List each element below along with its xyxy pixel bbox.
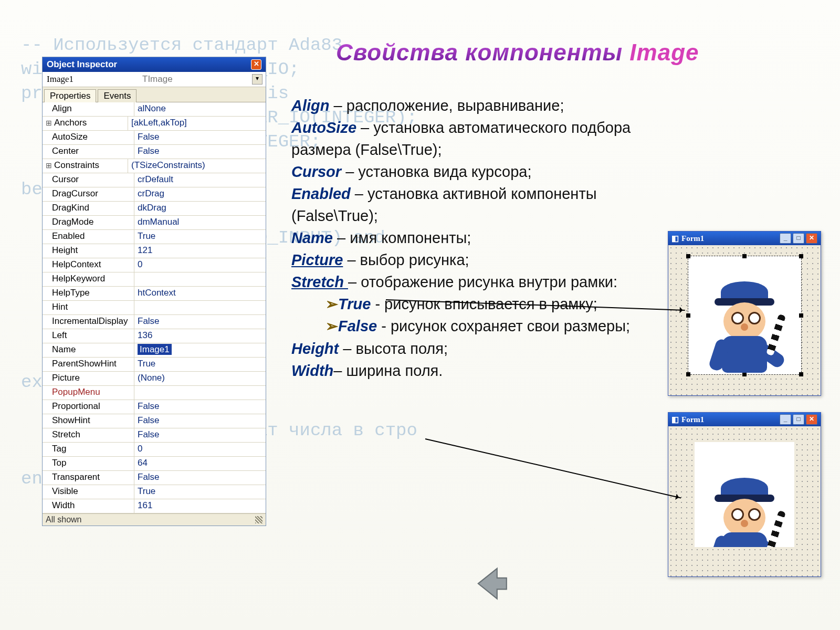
property-row[interactable]: Width161 [43, 499, 266, 513]
form-window-unstretched: ◧Form1 _ □ ✕ [668, 412, 821, 577]
property-row[interactable]: IncrementalDisplayFalse [43, 315, 266, 329]
property-row[interactable]: HelpKeyword [43, 272, 266, 287]
close-icon[interactable]: ✕ [806, 233, 817, 244]
property-row[interactable]: AutoSizeFalse [43, 131, 266, 145]
inspector-title: Object Inspector [47, 59, 117, 70]
property-row[interactable]: HelpContext0 [43, 258, 266, 272]
arrow-false [425, 438, 681, 498]
property-row[interactable]: HelpTypehtContext [43, 287, 266, 301]
property-row[interactable]: Picture(None) [43, 372, 266, 386]
minimize-icon[interactable]: _ [780, 233, 791, 244]
image-component-selected[interactable] [688, 256, 802, 375]
property-row[interactable]: TransparentFalse [43, 471, 266, 485]
property-row[interactable]: ShowHintFalse [43, 414, 266, 428]
maximize-icon[interactable]: □ [793, 414, 804, 425]
property-row[interactable]: PopupMenu [43, 386, 266, 400]
property-row[interactable]: Anchors[akLeft,akTop] [43, 117, 266, 131]
property-row[interactable]: VisibleTrue [43, 485, 266, 499]
object-inspector-window: Object Inspector ✕ TImage ▾ Properties E… [42, 57, 266, 526]
app-icon: ◧ [671, 415, 679, 424]
property-row[interactable]: CenterFalse [43, 145, 266, 159]
minimize-icon[interactable]: _ [780, 414, 791, 425]
property-row[interactable]: Left136 [43, 329, 266, 343]
property-row[interactable]: DragCursorcrDrag [43, 187, 266, 202]
slide-title: Свойства компоненты Image [336, 39, 699, 66]
image-component-clipped [695, 442, 794, 547]
property-row[interactable]: ParentShowHintTrue [43, 358, 266, 372]
tab-properties[interactable]: Properties [44, 89, 96, 102]
property-row[interactable]: EnabledTrue [43, 230, 266, 244]
property-row[interactable]: DragModedmManual [43, 216, 266, 230]
property-row[interactable]: Height121 [43, 244, 266, 258]
property-grid[interactable]: AlignalNoneAnchors[akLeft,akTop]AutoSize… [43, 102, 266, 513]
property-row[interactable]: Constraints(TSizeConstraints) [43, 159, 266, 173]
property-row[interactable]: AlignalNone [43, 102, 266, 117]
property-row[interactable]: DragKinddkDrag [43, 202, 266, 216]
policeman-image [705, 277, 784, 374]
property-row[interactable]: Top64 [43, 457, 266, 471]
component-class: TImage [142, 74, 173, 85]
property-row[interactable]: CursorcrDefault [43, 173, 266, 187]
property-row[interactable]: ProportionalFalse [43, 400, 266, 414]
close-icon[interactable]: ✕ [251, 59, 261, 70]
form-caption: Form1 [681, 415, 704, 424]
form-window-stretched: ◧Form1 _ □ ✕ [668, 231, 821, 396]
description-text: Align – расположение, выравнивание; Auto… [291, 94, 659, 382]
status-text: All shown [46, 515, 81, 524]
form-caption: Form1 [681, 234, 704, 243]
policeman-image [705, 474, 784, 547]
dropdown-icon[interactable]: ▾ [252, 74, 262, 85]
close-icon[interactable]: ✕ [806, 414, 817, 425]
back-button[interactable] [472, 563, 510, 601]
property-row[interactable]: Hint [43, 301, 266, 315]
app-icon: ◧ [671, 234, 679, 243]
component-selector[interactable] [46, 74, 127, 85]
tab-events[interactable]: Events [98, 89, 136, 102]
maximize-icon[interactable]: □ [793, 233, 804, 244]
resize-grip-icon[interactable] [255, 516, 262, 523]
property-row[interactable]: Tag0 [43, 443, 266, 457]
property-row[interactable]: NameImage1 [43, 343, 266, 358]
property-row[interactable]: StretchFalse [43, 428, 266, 443]
